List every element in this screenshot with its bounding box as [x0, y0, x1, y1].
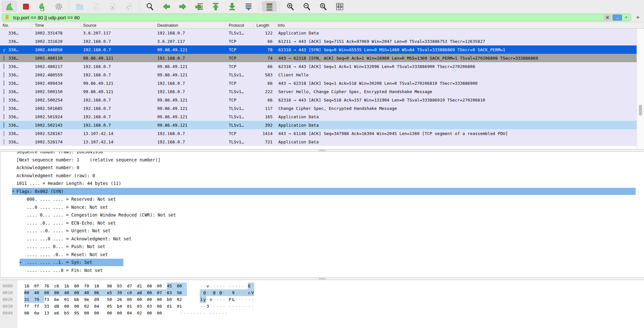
expander-open-icon[interactable]: ▼	[12, 188, 14, 196]
cell-destination: 99.86.49.121	[155, 98, 226, 102]
packet-row[interactable]: ┌336…1002.448050192.168.0.799.86.49.121T…	[0, 45, 637, 54]
detail-row-text: Sequence number (raw): 2665041958	[0, 152, 103, 154]
cell-source: 99.86.49.121	[81, 89, 155, 94]
auto-scroll-button[interactable]	[241, 1, 256, 12]
hex-bytes[interactable]: ffff33d80000020405b4010303060101	[24, 304, 187, 309]
detail-tree-row[interactable]: ▶.... .... ..1. = Syn: Set	[0, 258, 644, 266]
hex-ascii[interactable]: ········ ······	[180, 311, 228, 315]
hex-bytes[interactable]: 0040000040004006e539c0a800076356	[24, 290, 187, 295]
cell-protocol: TLSv1…	[226, 89, 254, 94]
hex-ascii[interactable]: ·@··@·@· ·9····cV	[200, 290, 254, 295]
packet-row[interactable]: │336…1002.50015099.86.49.121192.168.0.7T…	[0, 87, 637, 96]
hex-offset: 0010	[0, 289, 17, 296]
hex-bytes[interactable]: 080a13e6b5950000000004020000	[24, 311, 167, 315]
hex-bytes[interactable]: 180f76c61b80f0189893d7d108004500	[24, 284, 187, 288]
packet-row[interactable]: ┆336…1002.52816713.107.42.14192.168.0.7T…	[0, 129, 637, 138]
bookmark-icon[interactable]	[4, 14, 10, 20]
cell-protocol: TLSv1…	[226, 106, 254, 111]
column-header-length[interactable]: Length	[254, 22, 275, 28]
hex-dump-row[interactable]: 00203179f36e01bb9ed9502600000000b0021y·n…	[0, 296, 644, 303]
detail-tree-row[interactable]: 000. .... .... = Reserved: Not set	[0, 195, 644, 203]
zoom-in-button[interactable]	[283, 1, 298, 12]
detail-tree-row[interactable]: 1011 .... = Header Length: 44 bytes (11)	[0, 179, 644, 188]
detail-tree-row[interactable]: ...0 .... .... = Nonce: Not set	[0, 203, 644, 211]
column-header-source[interactable]: Source	[81, 22, 155, 28]
packet-row[interactable]: │336…1002.501685192.168.0.799.86.49.121T…	[0, 104, 637, 112]
hex-ascii[interactable]: ··v····· ······E·	[200, 284, 254, 288]
find-packet-button[interactable]	[142, 1, 157, 12]
list-detail-splitter[interactable]	[0, 149, 644, 152]
packet-row[interactable]: │336…1002.480559192.168.0.799.86.49.121T…	[0, 71, 637, 79]
hex-bytes[interactable]: 3179f36e01bb9ed9502600000000b002	[24, 297, 187, 302]
filter-dropdown-caret[interactable]: ▼	[625, 16, 628, 19]
cell-length: 1414	[254, 131, 275, 136]
zoom-out-button[interactable]	[299, 1, 314, 12]
go-to-top-button[interactable]	[208, 1, 223, 12]
packet-row[interactable]: │336…1002.480217192.168.0.799.86.49.121T…	[0, 62, 637, 71]
splitter-handle[interactable]	[319, 150, 326, 151]
cell-protocol: TCP	[226, 64, 254, 69]
packet-row[interactable]: │336…1002.48011099.86.49.121192.168.0.7T…	[0, 54, 637, 62]
detail-row-text: Acknowledgment number (raw): 0	[0, 173, 95, 178]
detail-tree-row[interactable]: Acknowledgment number: 0	[0, 164, 644, 172]
scrollbar-thumb[interactable]	[639, 105, 642, 116]
detail-tree-row[interactable]: .... .... 0... = Push: Not set	[0, 243, 644, 251]
packet-row[interactable]: │336…1002.501924192.168.0.799.86.49.121T…	[0, 112, 637, 121]
cell-length: 721	[254, 140, 275, 144]
detail-tree-row[interactable]: .... ..0. .... = Urgent: Not set	[0, 227, 644, 235]
detail-tree-row[interactable]: .... .... .0.. = Reset: Not set	[0, 251, 644, 259]
hex-ascii[interactable]: ··3····· ········	[200, 304, 254, 309]
packet-row[interactable]: ┆336…1002.52817413.107.42.14192.168.0.7T…	[0, 138, 637, 146]
go-to-bottom-button[interactable]	[225, 1, 239, 12]
cell-time: 1002.501685	[32, 106, 81, 111]
start-capture-button[interactable]	[2, 1, 17, 12]
expander-closed-icon[interactable]: ▶	[20, 258, 22, 266]
stop-capture-button[interactable]	[18, 1, 33, 12]
detail-tree-row[interactable]: .... 0... .... = Congestion Window Reduc…	[0, 211, 644, 219]
hex-dump-row[interactable]: 0030ffff33d80000020405b4010303060101··3·…	[0, 303, 644, 310]
display-filter-field[interactable]: ✕ → ▼	[2, 14, 631, 21]
filter-apply-button[interactable]: →	[612, 14, 622, 21]
splitter-handle[interactable]	[319, 278, 326, 279]
hex-dump-row[interactable]: 00100040000040004006e539c0a800076356·@··…	[0, 289, 644, 296]
go-back-button[interactable]	[159, 1, 174, 12]
detail-tree-row[interactable]: ▼Flags: 0x002 (SYN)	[0, 188, 644, 196]
display-filter-input[interactable]	[10, 15, 602, 20]
detail-tree-row[interactable]: .... ...0 .... = Acknowledgment: Not set	[0, 235, 644, 243]
resize-columns-button[interactable]	[332, 1, 347, 12]
hex-dump-row[interactable]: 0040080a13e6b5950000000004020000········…	[0, 310, 644, 316]
detail-tree-row[interactable]: Sequence number (raw): 2665041958	[0, 152, 644, 156]
column-header-no[interactable]: No.	[0, 22, 32, 28]
go-to-packet-button[interactable]	[192, 1, 207, 12]
packet-row[interactable]: 336…1002.331620192.168.0.73.6.207.117TCP…	[0, 37, 637, 45]
packet-row[interactable]: │336…1002.502143192.168.0.799.86.49.121T…	[0, 121, 637, 129]
packet-row[interactable]: 336…1002.3314783.6.207.117192.168.0.7TLS…	[0, 29, 637, 37]
cell-time: 1002.500150	[32, 89, 81, 94]
detail-tree-row[interactable]: .... .0.. .... = ECN-Echo: Not set	[0, 219, 644, 227]
column-header-destination[interactable]: Destination	[155, 22, 226, 28]
capture-options-button[interactable]	[51, 1, 66, 12]
go-forward-button[interactable]	[175, 1, 190, 12]
packet-row[interactable]: │336…1002.49943499.86.49.121192.168.0.7T…	[0, 79, 637, 87]
cell-destination: 99.86.49.121	[155, 72, 226, 77]
column-header-info[interactable]: Info	[275, 22, 644, 28]
hex-dump-row[interactable]: 0000180f76c61b80f0189893d7d108004500··v·…	[0, 283, 644, 289]
detail-hex-splitter[interactable]	[0, 277, 644, 280]
colorize-packets-button[interactable]	[262, 1, 277, 12]
cell-protocol: TCP	[226, 56, 254, 61]
detail-tree-row[interactable]: Acknowledgment number (raw): 0	[0, 172, 644, 180]
detail-tree-row[interactable]: .... .... ...0 = Fin: Not set	[0, 266, 644, 275]
detail-tree-row[interactable]: [Next sequence number: 1 (relative seque…	[0, 156, 644, 164]
zoom-reset-button[interactable]	[316, 1, 331, 12]
add-filter-button-plus[interactable]: +	[634, 14, 642, 21]
cell-info: 62318 → 443 [ACK] Seq=1 Ack=1 Win=132096…	[275, 64, 637, 69]
filter-clear-button[interactable]: ✕	[604, 14, 611, 21]
packet-row[interactable]: │336…1002.500254192.168.0.799.86.49.121T…	[0, 96, 637, 104]
hex-ascii[interactable]: 1y·n···· P&······	[200, 297, 254, 302]
packet-list-scrollbar[interactable]	[637, 29, 644, 149]
cell-source: 192.168.0.7	[81, 98, 155, 102]
hex-offset: 0040	[0, 310, 17, 316]
restart-capture-button[interactable]	[35, 1, 50, 12]
column-header-time[interactable]: Time	[32, 22, 81, 28]
column-header-protocol[interactable]: Protocol	[226, 22, 254, 28]
